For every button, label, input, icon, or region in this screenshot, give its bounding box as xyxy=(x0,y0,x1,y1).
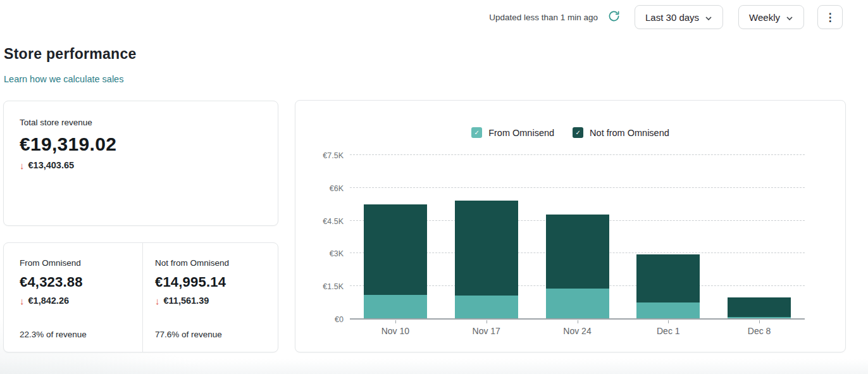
from-omnisend-column: From Omnisend €4,323.88 ↓ €1,842.26 22.3… xyxy=(4,243,142,352)
from-omnisend-label: From Omnisend xyxy=(20,258,142,268)
y-axis-tick-label: €1.5K xyxy=(293,282,344,291)
chevron-down-icon xyxy=(786,12,793,23)
x-axis-tick xyxy=(668,320,669,323)
checked-checkbox-icon: ✓ xyxy=(471,127,482,138)
chevron-down-icon xyxy=(705,12,712,23)
legend-label-not-from-omnisend: Not from Omnisend xyxy=(590,128,669,138)
x-axis-tick xyxy=(487,320,487,323)
bar-segment-from-omnisend xyxy=(455,296,518,319)
bar-segment-not-from-omnisend xyxy=(455,201,518,296)
bar-segment-not-from-omnisend xyxy=(728,297,791,317)
bar-segment-from-omnisend xyxy=(546,289,609,319)
legend-item-from-omnisend[interactable]: ✓ From Omnisend xyxy=(471,127,554,138)
y-axis-tick-label: €6K xyxy=(293,184,344,193)
sync-icon xyxy=(608,10,620,24)
bar-segment-from-omnisend xyxy=(364,295,427,319)
not-from-omnisend-column: Not from Omnisend €14,995.14 ↓ €11,561.3… xyxy=(142,243,278,352)
arrow-down-icon: ↓ xyxy=(20,296,25,306)
y-axis-tick-label: €3K xyxy=(293,249,344,258)
kebab-menu-icon: ⋮ xyxy=(825,11,836,24)
topbar: Updated less than 1 min ago Last 30 days… xyxy=(489,5,843,29)
arrow-down-icon: ↓ xyxy=(155,296,160,306)
x-axis-label: Nov 17 xyxy=(441,326,532,336)
gridline-€6K xyxy=(350,187,805,188)
bar-segment-not-from-omnisend xyxy=(636,254,700,303)
bar-segment-not-from-omnisend xyxy=(364,204,427,295)
granularity-label: Weekly xyxy=(749,12,780,23)
legend-label-from-omnisend: From Omnisend xyxy=(488,128,554,138)
more-options-button[interactable]: ⋮ xyxy=(817,5,843,29)
from-omnisend-share: 22.3% of revenue xyxy=(20,330,142,339)
page-title: Store performance xyxy=(4,46,137,63)
checked-checkbox-icon: ✓ xyxy=(573,127,583,138)
bar-segment-not-from-omnisend xyxy=(546,215,609,289)
not-from-omnisend-share: 77.6% of revenue xyxy=(155,330,278,339)
gridline-€7.5K xyxy=(350,154,805,155)
refresh-button[interactable] xyxy=(605,8,623,27)
learn-how-link[interactable]: Learn how we calculate sales xyxy=(4,74,123,84)
from-omnisend-value: €4,323.88 xyxy=(20,274,142,290)
not-from-omnisend-delta-value: €11,561.39 xyxy=(164,296,209,306)
not-from-omnisend-value: €14,995.14 xyxy=(155,274,278,290)
x-axis-tick xyxy=(759,320,760,323)
bar-nov-17[interactable] xyxy=(455,201,518,320)
revenue-chart-card: ✓ From Omnisend ✓ Not from Omnisend €0€1… xyxy=(295,100,846,352)
x-axis-tick xyxy=(578,320,578,323)
bar-nov-10[interactable] xyxy=(364,204,427,319)
bar-dec-1[interactable] xyxy=(636,254,700,319)
not-from-omnisend-delta: ↓ €11,561.39 xyxy=(155,296,278,306)
from-omnisend-delta: ↓ €1,842.26 xyxy=(20,296,142,306)
x-axis-label: Dec 8 xyxy=(714,326,805,336)
bar-dec-8[interactable] xyxy=(728,297,791,319)
total-revenue-card: Total store revenue €19,319.02 ↓ €13,403… xyxy=(3,101,278,226)
total-revenue-delta: ↓ €13,403.65 xyxy=(20,160,262,170)
plot-area: €0€1.5K€3K€4.5K€6K€7.5KNov 10Nov 17Nov 2… xyxy=(350,155,805,319)
granularity-dropdown[interactable]: Weekly xyxy=(738,5,804,29)
bar-nov-24[interactable] xyxy=(546,215,609,319)
y-axis-tick-label: €0 xyxy=(293,315,344,324)
page-header: Store performance Learn how we calculate… xyxy=(4,46,137,85)
x-axis-label: Dec 1 xyxy=(623,326,714,336)
total-revenue-delta-value: €13,403.65 xyxy=(28,160,75,170)
legend-item-not-from-omnisend[interactable]: ✓ Not from Omnisend xyxy=(573,127,669,138)
x-axis-line xyxy=(350,318,805,320)
chart-legend: ✓ From Omnisend ✓ Not from Omnisend xyxy=(295,127,845,138)
x-axis-tick xyxy=(395,320,396,323)
y-axis-tick-label: €4.5K xyxy=(293,217,344,226)
y-axis-tick-label: €7.5K xyxy=(293,151,344,160)
date-range-dropdown[interactable]: Last 30 days xyxy=(635,5,723,29)
from-omnisend-delta-value: €1,842.26 xyxy=(28,296,70,306)
x-axis-label: Nov 10 xyxy=(350,326,441,336)
arrow-down-icon: ↓ xyxy=(20,161,25,170)
x-axis-label: Nov 24 xyxy=(532,326,623,336)
total-revenue-label: Total store revenue xyxy=(20,118,262,127)
last-updated-text: Updated less than 1 min ago xyxy=(489,13,598,22)
not-from-omnisend-label: Not from Omnisend xyxy=(155,258,278,268)
total-revenue-value: €19,319.02 xyxy=(20,134,262,155)
date-range-label: Last 30 days xyxy=(645,12,699,23)
revenue-split-card: From Omnisend €4,323.88 ↓ €1,842.26 22.3… xyxy=(3,242,278,352)
bar-segment-from-omnisend xyxy=(636,302,700,319)
